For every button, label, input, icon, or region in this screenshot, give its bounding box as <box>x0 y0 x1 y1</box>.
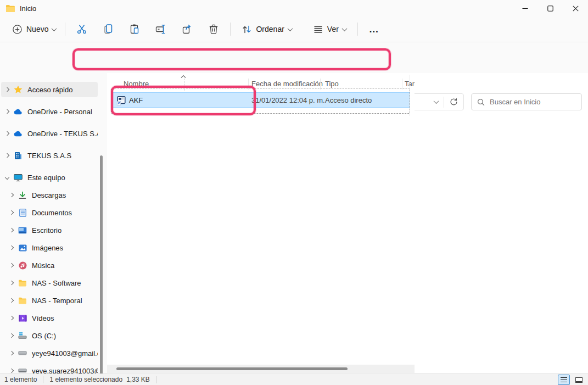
building-icon <box>14 151 23 160</box>
sidebar-item-label: Vídeos <box>32 314 54 322</box>
chevron-right-icon[interactable] <box>5 153 9 158</box>
delete-icon <box>208 24 219 35</box>
sidebar-item-os-c[interactable]: OS (C:) <box>1 328 98 343</box>
paste-icon <box>129 24 140 35</box>
chevron-right-icon[interactable] <box>9 210 14 215</box>
sidebar-item-label: Documentos <box>32 209 72 217</box>
search-box[interactable] <box>471 93 582 110</box>
sidebar-item-label: Este equipo <box>27 174 65 182</box>
paste-button[interactable] <box>121 20 148 38</box>
sidebar-item-drive-yeye941003[interactable]: yeye941003@gmail.com <box>1 345 98 361</box>
sidebar-item-label: NAS - Temporal <box>32 297 82 305</box>
share-button[interactable] <box>174 20 200 38</box>
status-divider <box>156 376 156 383</box>
chevron-right-icon[interactable] <box>5 87 9 92</box>
file-name: AKF <box>129 96 143 104</box>
file-row-akf[interactable]: AKF 31/01/2022 12:04 p. m. Acceso direct… <box>111 92 410 108</box>
drive-icon <box>18 349 27 358</box>
minimize-button[interactable] <box>512 0 537 16</box>
pictures-icon <box>18 243 27 252</box>
navigation-sidebar: Acceso rápido OneDrive - Personal OneDri… <box>0 73 107 373</box>
search-input[interactable] <box>490 98 572 106</box>
sort-ascending-icon <box>181 75 186 80</box>
sidebar-item-onedrive-personal[interactable]: OneDrive - Personal <box>1 104 98 119</box>
sidebar-item-label: OneDrive - TEKUS S.A.S <box>27 130 98 138</box>
folder-icon <box>18 296 27 305</box>
folder-icon <box>5 4 15 13</box>
sidebar-scrollbar[interactable] <box>100 155 103 373</box>
plus-circle-icon <box>12 24 23 35</box>
status-divider <box>43 376 43 383</box>
cut-icon <box>76 24 87 35</box>
onedrive-cloud-icon <box>14 107 23 116</box>
horizontal-scrollbar[interactable] <box>107 365 415 373</box>
drive-icon <box>18 366 27 373</box>
chevron-right-icon[interactable] <box>9 369 14 373</box>
window-title: Inicio <box>20 4 36 13</box>
chevron-right-icon[interactable] <box>9 245 14 250</box>
sidebar-item-documentos[interactable]: Documentos <box>1 205 98 220</box>
column-header-tipo[interactable]: Tipo <box>325 80 339 88</box>
details-view-button[interactable] <box>558 375 570 385</box>
icons-view-icon <box>575 377 583 383</box>
sidebar-item-escritorio[interactable]: Escritorio <box>1 222 98 238</box>
sidebar-item-nas-software[interactable]: NAS - Software <box>1 275 98 291</box>
file-list-pane: Nombre Fecha de modificación Tipo Tamaño… <box>107 73 415 373</box>
sidebar-item-videos[interactable]: Vídeos <box>1 310 98 326</box>
file-modified-date: 31/01/2022 12:04 p. m. <box>251 96 325 104</box>
sidebar-item-descargas[interactable]: Descargas <box>1 187 98 203</box>
file-type: Acceso directo <box>325 96 372 104</box>
sidebar-item-acceso-rapido[interactable]: Acceso rápido <box>1 82 98 97</box>
chevron-right-icon[interactable] <box>9 263 14 267</box>
chevron-right-icon[interactable] <box>9 228 14 232</box>
shortcut-file-icon <box>116 96 126 105</box>
chevron-right-icon[interactable] <box>9 316 14 320</box>
chevron-right-icon[interactable] <box>9 351 14 355</box>
cut-button[interactable] <box>69 20 95 38</box>
refresh-button[interactable] <box>450 98 458 106</box>
sort-arrows-icon <box>242 24 252 35</box>
chevron-right-icon[interactable] <box>9 281 14 285</box>
sidebar-item-label: OneDrive - Personal <box>27 108 92 116</box>
sidebar-item-nas-temporal[interactable]: NAS - Temporal <box>1 293 98 308</box>
chevron-down-icon <box>52 26 57 31</box>
horizontal-scrollbar-thumb[interactable] <box>116 367 348 370</box>
sidebar-item-imagenes[interactable]: Imágenes <box>1 240 98 255</box>
sort-button[interactable]: Ordenar <box>236 20 297 38</box>
icons-view-button[interactable] <box>573 375 585 385</box>
sidebar-item-label: Música <box>32 261 54 270</box>
ellipsis-icon: … <box>369 24 379 35</box>
document-icon <box>18 208 27 217</box>
item-count: 1 elemento <box>4 376 37 383</box>
maximize-button[interactable] <box>537 0 563 16</box>
sidebar-item-onedrive-tekus[interactable]: OneDrive - TEKUS S.A.S <box>1 126 98 141</box>
sidebar-item-label: TEKUS S.A.S <box>27 152 71 160</box>
share-icon <box>182 24 193 35</box>
chevron-right-icon[interactable] <box>9 333 14 338</box>
delete-button[interactable] <box>200 20 227 38</box>
sidebar-item-drive-yeye-suarez[interactable]: yeye.suarez941003@gmail.com <box>1 363 98 373</box>
sidebar-item-musica[interactable]: Música <box>1 258 98 273</box>
sidebar-item-label: Escritorio <box>32 226 61 235</box>
close-button[interactable] <box>563 0 588 16</box>
view-button[interactable]: Ver <box>307 20 352 38</box>
onedrive-cloud-icon <box>14 129 23 138</box>
column-header-nombre[interactable]: Nombre <box>124 80 149 88</box>
chevron-right-icon[interactable] <box>9 193 14 197</box>
column-header-fecha[interactable]: Fecha de modificación <box>251 80 323 88</box>
desktop-icon <box>18 226 27 235</box>
sidebar-item-label: yeye941003@gmail.com <box>32 349 98 358</box>
rename-button[interactable] <box>148 20 174 38</box>
copy-button[interactable] <box>95 20 121 38</box>
chevron-right-icon[interactable] <box>5 109 9 114</box>
chevron-down-icon[interactable] <box>5 175 9 180</box>
sidebar-item-este-equipo[interactable]: Este equipo <box>1 170 98 185</box>
chevron-right-icon[interactable] <box>5 131 9 136</box>
os-drive-icon <box>18 331 27 340</box>
sidebar-item-tekus[interactable]: TEKUS S.A.S <box>1 148 98 163</box>
address-dropdown-chevron[interactable] <box>434 98 439 104</box>
new-button[interactable]: Nuevo <box>7 20 61 38</box>
more-options-button[interactable]: … <box>363 20 385 38</box>
chevron-right-icon[interactable] <box>9 298 14 303</box>
chevron-down-icon <box>341 26 347 31</box>
